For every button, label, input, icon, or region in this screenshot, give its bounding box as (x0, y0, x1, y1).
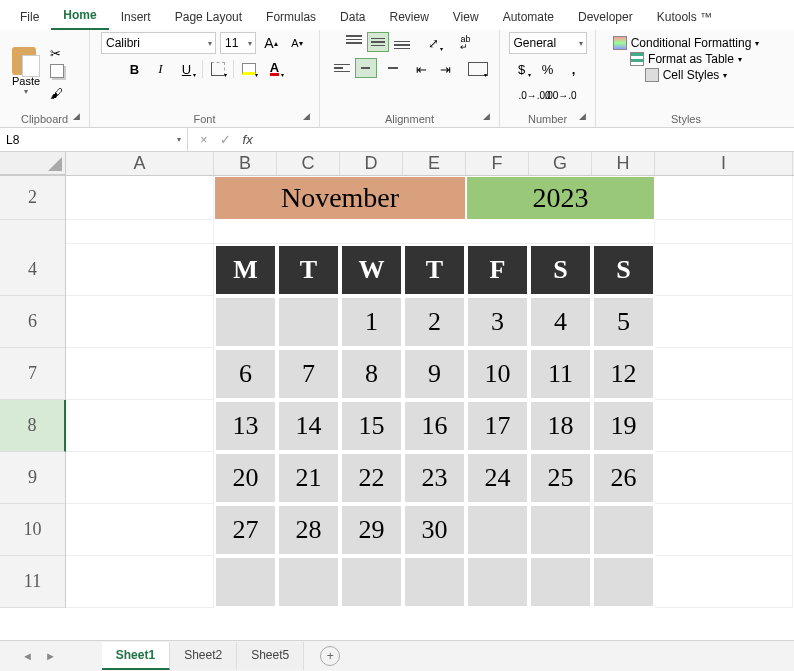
increase-indent-icon[interactable]: ⇥ (435, 58, 457, 80)
decrease-indent-icon[interactable]: ⇤ (411, 58, 433, 80)
calendar-day-header[interactable]: S (529, 244, 592, 296)
sheet-tab[interactable]: Sheet5 (237, 642, 304, 670)
calendar-day-cell[interactable] (466, 556, 529, 608)
dialog-launcher-icon[interactable]: ◢ (303, 111, 315, 123)
increase-decimal-icon[interactable]: .0→.00 (524, 84, 546, 106)
orientation-icon[interactable]: ▾ (423, 32, 445, 54)
row-header[interactable]: 6 (0, 296, 66, 348)
column-header[interactable]: I (655, 152, 793, 175)
column-header[interactable]: E (403, 152, 466, 175)
cell[interactable] (655, 556, 793, 608)
cell[interactable] (655, 452, 793, 504)
calendar-day-cell[interactable]: 10 (466, 348, 529, 400)
calendar-day-cell[interactable]: 24 (466, 452, 529, 504)
calendar-day-cell[interactable]: 30 (403, 504, 466, 556)
conditional-formatting-button[interactable]: Conditional Formatting ▾ (613, 36, 760, 50)
column-header[interactable]: G (529, 152, 592, 175)
calendar-day-header[interactable]: S (592, 244, 655, 296)
calendar-day-cell[interactable]: 14 (277, 400, 340, 452)
calendar-day-cell[interactable] (529, 504, 592, 556)
calendar-day-cell[interactable]: 17 (466, 400, 529, 452)
paste-button[interactable]: Paste ▾ (6, 47, 46, 96)
calendar-day-cell[interactable] (214, 556, 277, 608)
cell[interactable] (66, 296, 214, 348)
dialog-launcher-icon[interactable]: ◢ (73, 111, 85, 123)
calendar-day-header[interactable]: F (466, 244, 529, 296)
menu-item-page-layout[interactable]: Page Layout (163, 4, 254, 30)
menu-item-home[interactable]: Home (51, 2, 108, 30)
calendar-day-cell[interactable]: 6 (214, 348, 277, 400)
cut-icon[interactable] (50, 44, 68, 60)
calendar-day-cell[interactable] (340, 556, 403, 608)
cell[interactable] (655, 504, 793, 556)
format-painter-icon[interactable] (50, 84, 68, 100)
menu-item-formulas[interactable]: Formulas (254, 4, 328, 30)
calendar-day-cell[interactable]: 22 (340, 452, 403, 504)
calendar-day-cell[interactable] (592, 504, 655, 556)
calendar-day-header[interactable]: M (214, 244, 277, 296)
cell[interactable] (66, 504, 214, 556)
menu-item-developer[interactable]: Developer (566, 4, 645, 30)
calendar-day-cell[interactable]: 25 (529, 452, 592, 504)
cell[interactable] (66, 556, 214, 608)
cell[interactable] (66, 348, 214, 400)
menu-item-insert[interactable]: Insert (109, 4, 163, 30)
calendar-day-cell[interactable]: 13 (214, 400, 277, 452)
name-box[interactable]: L8▾ (0, 128, 188, 151)
calendar-day-header[interactable]: T (277, 244, 340, 296)
calendar-day-cell[interactable] (277, 556, 340, 608)
decrease-font-icon[interactable] (286, 32, 308, 54)
column-header[interactable]: C (277, 152, 340, 175)
column-header[interactable]: B (214, 152, 277, 175)
align-middle-icon[interactable] (367, 32, 389, 52)
column-header[interactable]: A (66, 152, 214, 175)
sheet-tab[interactable]: Sheet2 (170, 642, 237, 670)
calendar-day-cell[interactable]: 18 (529, 400, 592, 452)
sheet-tab[interactable]: Sheet1 (102, 642, 170, 670)
calendar-day-cell[interactable]: 27 (214, 504, 277, 556)
align-left-icon[interactable] (331, 58, 353, 78)
format-as-table-button[interactable]: Format as Table ▾ (630, 52, 742, 66)
calendar-day-header[interactable]: W (340, 244, 403, 296)
cell-styles-button[interactable]: Cell Styles ▾ (645, 68, 728, 82)
select-all-corner[interactable] (0, 152, 66, 175)
comma-format-icon[interactable]: , (563, 58, 585, 80)
calendar-day-cell[interactable] (592, 556, 655, 608)
column-header[interactable]: H (592, 152, 655, 175)
merge-button[interactable]: ▾ (467, 58, 489, 80)
calendar-day-cell[interactable]: 11 (529, 348, 592, 400)
menu-item-automate[interactable]: Automate (491, 4, 566, 30)
menu-item-file[interactable]: File (8, 4, 51, 30)
align-bottom-icon[interactable] (391, 32, 413, 52)
calendar-day-cell[interactable]: 19 (592, 400, 655, 452)
number-format-combo[interactable]: General▾ (509, 32, 587, 54)
tab-nav-next-icon[interactable]: ► (39, 650, 62, 662)
row-header[interactable]: 7 (0, 348, 66, 400)
align-right-icon[interactable] (379, 58, 401, 78)
calendar-day-cell[interactable] (214, 296, 277, 348)
italic-button[interactable]: I (150, 58, 172, 80)
calendar-day-cell[interactable]: 21 (277, 452, 340, 504)
calendar-day-cell[interactable]: 9 (403, 348, 466, 400)
row-header[interactable]: 2 (0, 176, 66, 220)
row-header[interactable]: 9 (0, 452, 66, 504)
enter-formula-icon[interactable]: ✓ (220, 132, 231, 147)
calendar-day-header[interactable]: T (403, 244, 466, 296)
calendar-day-cell[interactable]: 5 (592, 296, 655, 348)
border-button[interactable]: ▾ (207, 58, 229, 80)
tab-nav-prev-icon[interactable]: ◄ (16, 650, 39, 662)
wrap-text-icon[interactable]: ab↵ (455, 32, 477, 54)
align-center-icon[interactable] (355, 58, 377, 78)
fx-icon[interactable]: fx (243, 132, 253, 147)
calendar-day-cell[interactable]: 15 (340, 400, 403, 452)
fill-color-button[interactable]: ▾ (238, 58, 260, 80)
calendar-day-cell[interactable]: 7 (277, 348, 340, 400)
cell[interactable] (66, 244, 214, 296)
calendar-day-cell[interactable]: 1 (340, 296, 403, 348)
row-header[interactable]: 4 (0, 244, 66, 296)
underline-button[interactable]: U▾ (176, 58, 198, 80)
menu-item-kutools-™[interactable]: Kutools ™ (645, 4, 724, 30)
calendar-year-cell[interactable]: 2023 (466, 176, 655, 220)
menu-item-review[interactable]: Review (377, 4, 440, 30)
calendar-day-cell[interactable]: 28 (277, 504, 340, 556)
